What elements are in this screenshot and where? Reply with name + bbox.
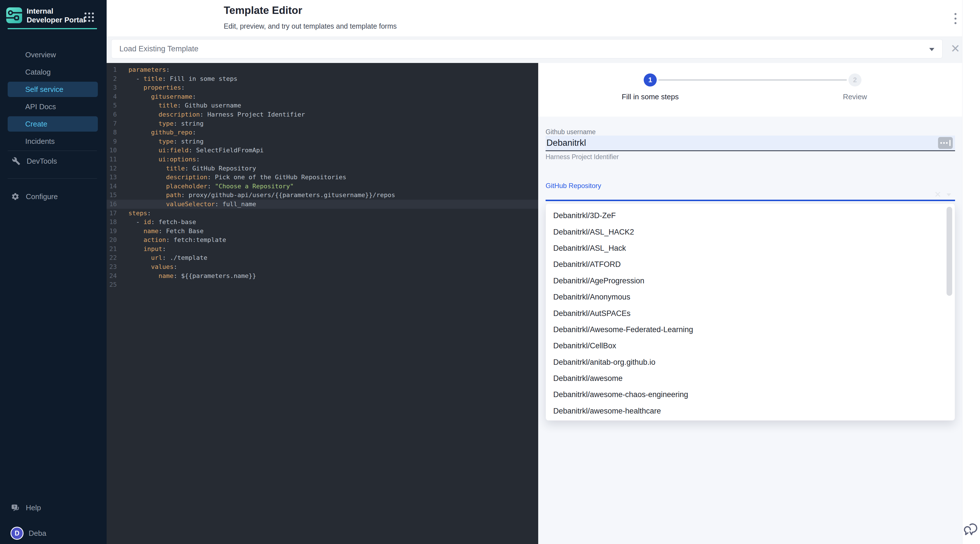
repo-option[interactable]: Debanitrkl/awesome-chaos-engineering bbox=[546, 387, 955, 403]
code-line-23[interactable]: 23 values: bbox=[107, 262, 538, 272]
line-content: github_repo: bbox=[117, 129, 196, 136]
repo-option[interactable]: Debanitrkl/ATFORD bbox=[546, 256, 955, 272]
gear-icon bbox=[11, 192, 19, 201]
focus-underline bbox=[546, 200, 955, 201]
code-line-24[interactable]: 24 name: ${{parameters.name}} bbox=[107, 272, 538, 280]
line-content: parameters: bbox=[117, 66, 170, 73]
repo-option[interactable]: Debanitrkl/awesome-healthcare bbox=[546, 403, 955, 419]
code-line-21[interactable]: 21 input: bbox=[107, 245, 538, 254]
line-content: placeholder: "Choose a Repository" bbox=[117, 183, 294, 190]
user-menu[interactable]: D Deba bbox=[8, 526, 98, 541]
line-number: 1 bbox=[107, 65, 117, 74]
code-line-3[interactable]: 3 properties: bbox=[107, 83, 538, 92]
line-content: title: GitHub Repository bbox=[117, 165, 256, 172]
line-content: type: string bbox=[117, 138, 204, 145]
github-repository-select[interactable] bbox=[546, 188, 955, 200]
code-line-9[interactable]: 9 type: string bbox=[107, 137, 538, 146]
close-button[interactable]: ✕ bbox=[949, 42, 962, 55]
code-line-13[interactable]: 13 description: Pick one of the GitHub R… bbox=[107, 173, 538, 182]
sidebar-item-self-service[interactable]: Self service bbox=[8, 82, 98, 97]
load-template-label: Load Existing Template bbox=[119, 45, 199, 53]
code-line-12[interactable]: 12 title: GitHub Repository bbox=[107, 164, 538, 173]
chat-feedback-button[interactable] bbox=[963, 520, 980, 537]
page-header: Template Editor Edit, preview, and try o… bbox=[107, 0, 980, 37]
brand-title: Internal Developer Portal bbox=[27, 7, 86, 24]
code-line-10[interactable]: 10 ui:field: SelectFieldFromApi bbox=[107, 146, 538, 155]
code-line-7[interactable]: 7 type: string bbox=[107, 119, 538, 128]
autofill-icon[interactable] bbox=[938, 137, 953, 149]
line-number: 2 bbox=[107, 74, 117, 83]
code-line-14[interactable]: 14 placeholder: "Choose a Repository" bbox=[107, 182, 538, 191]
code-line-22[interactable]: 22 url: ./template bbox=[107, 253, 538, 262]
svg-text:?: ? bbox=[13, 505, 15, 509]
code-line-17[interactable]: 17steps: bbox=[107, 209, 538, 218]
code-line-16[interactable]: 16 valueSelector: full_name bbox=[107, 200, 538, 209]
dropdown-scrollbar[interactable] bbox=[947, 207, 952, 296]
line-number: 4 bbox=[107, 92, 117, 101]
code-line-11[interactable]: 11 ui:options: bbox=[107, 155, 538, 164]
apps-grid-icon[interactable] bbox=[84, 13, 94, 22]
help-label: Help bbox=[26, 503, 41, 512]
line-content: valueSelector: full_name bbox=[117, 200, 256, 208]
help-chat-icon: ? bbox=[11, 503, 19, 512]
line-number: 3 bbox=[107, 83, 117, 92]
code-line-15[interactable]: 15 path: proxy/github-api/users/{{parame… bbox=[107, 191, 538, 200]
sidebar-item-devtools[interactable]: DevTools bbox=[8, 153, 98, 169]
page-subtitle: Edit, preview, and try out templates and… bbox=[224, 22, 397, 30]
stepper-label-2: Review bbox=[824, 92, 886, 101]
code-line-4[interactable]: 4 gitusername: bbox=[107, 92, 538, 101]
sidebar-item-catalog[interactable]: Catalog bbox=[8, 64, 98, 80]
repo-option[interactable]: Debanitrkl/CellBox bbox=[546, 338, 955, 354]
sidebar-item-label: API Docs bbox=[25, 102, 56, 111]
line-number: 17 bbox=[107, 209, 117, 218]
repo-option[interactable]: Debanitrkl/anitab-org.github.io bbox=[546, 354, 955, 371]
line-content bbox=[117, 281, 129, 288]
load-template-select[interactable]: Load Existing Template bbox=[111, 39, 943, 59]
repo-option[interactable]: Debanitrkl/AutSPACEs bbox=[546, 305, 955, 321]
page-title: Template Editor bbox=[224, 5, 302, 16]
code-line-20[interactable]: 20 action: fetch:template bbox=[107, 235, 538, 245]
code-line-5[interactable]: 5 title: Github username bbox=[107, 101, 538, 110]
repo-option[interactable]: Debanitrkl/Anonymous bbox=[546, 289, 955, 305]
code-line-1[interactable]: 1parameters: bbox=[107, 65, 538, 74]
repo-option[interactable]: Debanitrkl/AgeProgression bbox=[546, 273, 955, 289]
more-options-button[interactable] bbox=[950, 11, 960, 25]
sidebar-item-label: Catalog bbox=[25, 68, 51, 76]
line-content: properties: bbox=[117, 84, 185, 91]
caret-down-icon[interactable] bbox=[947, 193, 951, 196]
repo-option[interactable]: Debanitrkl/awesome bbox=[546, 371, 955, 387]
code-line-25[interactable]: 25 bbox=[107, 280, 538, 289]
line-number: 11 bbox=[107, 155, 117, 164]
sidebar-item-label: DevTools bbox=[27, 157, 57, 165]
sidebar-divider bbox=[8, 151, 97, 151]
line-number: 10 bbox=[107, 146, 117, 155]
sidebar-item-create[interactable]: Create bbox=[8, 116, 98, 132]
help-button[interactable]: ? Help bbox=[8, 500, 98, 515]
code-line-6[interactable]: 6 description: Harness Project Identifie… bbox=[107, 110, 538, 119]
clear-selection-icon[interactable]: ✕ bbox=[933, 189, 943, 199]
line-content: description: Harness Project Identifier bbox=[117, 111, 305, 118]
github-username-input[interactable]: Debanitrkl bbox=[546, 135, 955, 151]
sidebar-item-overview[interactable]: Overview bbox=[8, 47, 98, 62]
sidebar-item-configure[interactable]: Configure bbox=[8, 189, 98, 204]
repo-option[interactable]: Debanitrkl/Awesome-Federated-Learning bbox=[546, 321, 955, 338]
line-number: 12 bbox=[107, 164, 117, 173]
line-number: 25 bbox=[107, 280, 117, 289]
repo-option[interactable]: Debanitrkl/ASL_HACK2 bbox=[546, 224, 955, 240]
line-number: 22 bbox=[107, 253, 117, 262]
code-line-18[interactable]: 18 - id: fetch-base bbox=[107, 218, 538, 227]
code-line-19[interactable]: 19 name: Fetch Base bbox=[107, 227, 538, 236]
repo-option[interactable]: Debanitrkl/3D-ZeF bbox=[546, 208, 955, 224]
yaml-editor[interactable]: 1parameters:2 - title: Fill in some step… bbox=[107, 63, 538, 544]
sidebar-item-incidents[interactable]: Incidents bbox=[8, 134, 98, 149]
line-number: 14 bbox=[107, 182, 117, 191]
sidebar-item-label: Incidents bbox=[25, 137, 55, 146]
brand-logo-icon bbox=[6, 7, 22, 23]
sidebar-item-api-docs[interactable]: API Docs bbox=[8, 99, 98, 114]
code-line-8[interactable]: 8 github_repo: bbox=[107, 128, 538, 137]
stepper-step-2: 2 bbox=[848, 73, 861, 86]
wrench-icon bbox=[12, 157, 21, 165]
line-content: input: bbox=[117, 245, 166, 253]
repo-option[interactable]: Debanitrkl/ASL_Hack bbox=[546, 240, 955, 256]
code-line-2[interactable]: 2 - title: Fill in some steps bbox=[107, 74, 538, 83]
